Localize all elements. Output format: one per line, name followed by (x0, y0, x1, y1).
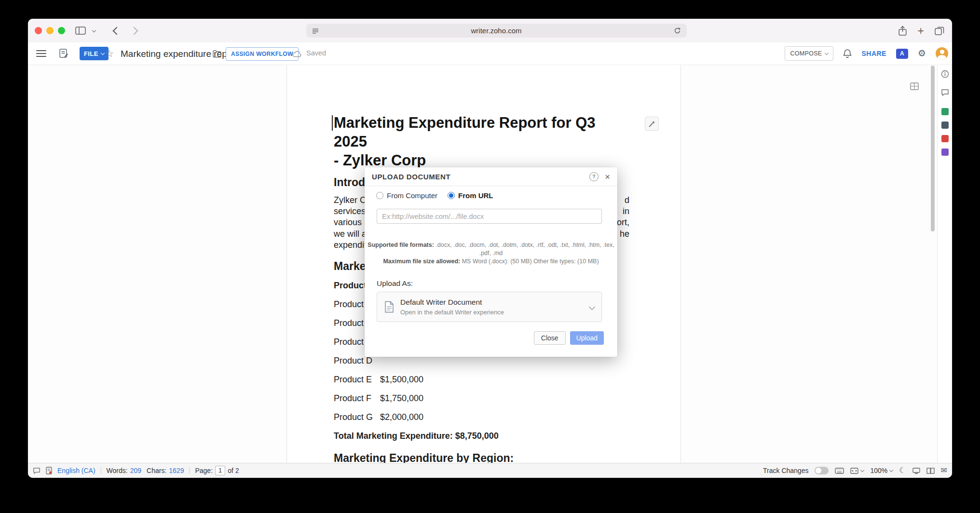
url-input[interactable] (377, 209, 602, 224)
comment-bubble-icon[interactable] (33, 467, 41, 474)
page-layout-icon[interactable] (909, 81, 920, 91)
sidebar-chevron-icon[interactable] (93, 29, 95, 32)
from-computer-option[interactable]: From Computer (376, 191, 437, 200)
file-menu-label: FILE (84, 50, 98, 57)
from-url-label: From URL (458, 191, 493, 200)
browser-window: writer.zoho.com + FILE ☆ Marketing expen… (28, 19, 952, 478)
menu-icon[interactable] (36, 50, 46, 59)
table-row: Product G$2,000,000 (334, 412, 629, 423)
sheet-app-icon[interactable] (941, 107, 949, 116)
separator (189, 467, 190, 474)
status-left: English (CA) Words: 209 Chars: 1629 Page… (33, 463, 239, 478)
dropdown-chevron-icon (589, 304, 595, 310)
night-mode-icon[interactable]: ☾ (899, 467, 906, 474)
supported-formats-line: Supported file formats: .docx, .doc, .do… (365, 241, 617, 257)
dropdown-texts: Default Writer Document Open in the defa… (400, 298, 504, 316)
upload-as-label: Upload As: (377, 279, 413, 288)
window-close-button[interactable] (35, 27, 42, 34)
window-zoom-button[interactable] (58, 27, 65, 34)
file-chevron-icon (101, 51, 105, 55)
zoom-control[interactable]: 100% (870, 467, 893, 474)
share-button[interactable]: SHARE (861, 50, 886, 57)
save-status-text: Saved (306, 49, 326, 57)
sidebar-toggle-button[interactable] (75, 27, 86, 35)
share-icon[interactable] (898, 26, 907, 36)
forward-button[interactable] (131, 28, 137, 34)
feedback-envelope-icon[interactable]: ✉ (941, 467, 947, 474)
document-outline-icon[interactable] (59, 48, 69, 59)
dialog-title: UPLOAD DOCUMENT (372, 173, 589, 181)
proofing-icon[interactable] (46, 467, 52, 474)
reader-icon[interactable] (312, 27, 319, 34)
pdf-app-icon[interactable] (941, 134, 949, 143)
keyboard-shortcuts-icon[interactable] (835, 468, 844, 474)
table-row: Product D (334, 355, 629, 366)
user-avatar[interactable] (936, 47, 948, 60)
toolbar-right-actions: COMPOSE SHARE A ⚙ (785, 42, 948, 65)
new-tab-button[interactable]: + (918, 26, 924, 36)
max-size-line: Maximum file size allowed: MS Word (.doc… (365, 257, 617, 266)
writer-document-icon (384, 301, 394, 313)
quick-format-wand-icon[interactable] (645, 117, 659, 131)
notifications-bell-icon[interactable] (843, 49, 852, 59)
sign-app-icon[interactable] (941, 121, 949, 129)
radio-selected-icon[interactable] (448, 192, 455, 199)
from-url-option[interactable]: From URL (448, 191, 493, 200)
upload-as-dropdown[interactable]: Default Writer Document Open in the defa… (377, 292, 602, 322)
status-bar: English (CA) Words: 209 Chars: 1629 Page… (28, 463, 952, 478)
char-count[interactable]: Chars: 1629 (147, 467, 184, 474)
track-changes-label: Track Changes (763, 467, 808, 474)
right-panel-rail (937, 65, 952, 463)
zoom-level: 100% (870, 467, 887, 474)
close-icon[interactable]: × (605, 172, 610, 181)
favorite-star-icon[interactable]: ☆ (105, 47, 114, 60)
compose-chevron-icon (825, 51, 829, 55)
browser-toolbar: writer.zoho.com + (28, 19, 952, 43)
zia-icon[interactable]: A (896, 49, 908, 59)
addons-app-icon[interactable] (941, 148, 949, 156)
dialog-header: UPLOAD DOCUMENT ? × (365, 167, 617, 186)
browser-actions: + (898, 19, 944, 42)
fit-width-chevron-icon (860, 468, 864, 472)
desktop-background: { "browser": { "url": "writer.zoho.com" … (0, 0, 980, 513)
url-text: writer.zoho.com (319, 27, 674, 35)
folder-icon[interactable] (212, 50, 222, 58)
fit-width-control[interactable] (850, 468, 864, 474)
help-icon[interactable]: ? (589, 172, 599, 181)
table-row: Product E$1,500,000 (334, 374, 629, 385)
address-bar[interactable]: writer.zoho.com (306, 24, 687, 38)
doc-heading: Marketing Expenditure Report for Q3 2025… (334, 113, 629, 170)
track-changes-toggle[interactable] (815, 467, 829, 474)
status-right: Track Changes 100% ☾ ✉ (763, 463, 947, 478)
back-button[interactable] (114, 28, 120, 34)
comments-icon[interactable] (941, 88, 949, 97)
scrollbar-thumb[interactable] (931, 66, 935, 231)
file-menu-button[interactable]: FILE (80, 47, 109, 60)
page-view-icon[interactable] (912, 468, 920, 474)
page-indicator: Page: 1 of 2 (195, 466, 239, 475)
assign-workflow-button[interactable]: ASSIGN WORKFLOW (226, 47, 299, 61)
compose-button[interactable]: COMPOSE (785, 46, 833, 61)
upload-button[interactable]: Upload (570, 331, 604, 345)
word-count[interactable]: Words: 209 (107, 467, 141, 474)
from-computer-label: From Computer (387, 191, 437, 200)
tab-overview-icon[interactable] (935, 27, 944, 35)
settings-gear-icon[interactable]: ⚙ (918, 49, 926, 58)
book-view-icon[interactable] (926, 468, 935, 474)
window-minimize-button[interactable] (46, 27, 54, 34)
saved-cloud-icon (292, 50, 302, 57)
dialog-buttons: Close Upload (534, 331, 604, 345)
doc-title-line1: Marketing Expenditure Report for Q3 2025 (334, 113, 629, 151)
writer-toolbar: FILE ☆ Marketing expenditure report ASSI… (28, 42, 952, 65)
info-icon[interactable] (941, 69, 949, 78)
table-row: Product F$1,750,000 (334, 393, 629, 404)
reload-button[interactable] (674, 27, 681, 34)
page-number-input[interactable]: 1 (215, 466, 225, 475)
dropdown-option-description: Open in the default Writer experience (400, 309, 504, 316)
total-expenditure-line: Total Marketing Expenditure: $8,750,000 (334, 431, 629, 442)
language-selector[interactable]: English (CA) (57, 467, 95, 474)
region-section-heading: Marketing Expenditure by Region: (334, 452, 629, 463)
radio-unselected-icon[interactable] (376, 192, 383, 199)
close-button[interactable]: Close (534, 331, 566, 345)
separator (101, 467, 101, 474)
